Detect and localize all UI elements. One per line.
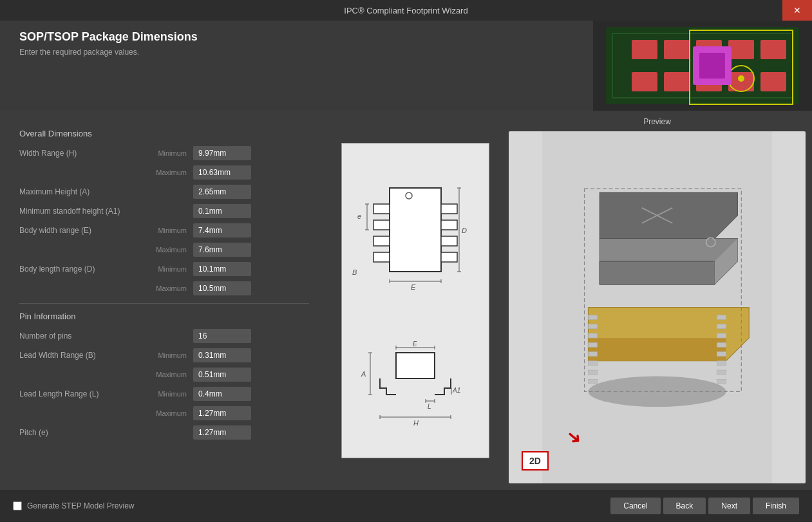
right-panel: Preview bbox=[502, 111, 812, 490]
bottom-diagram: E A A1 bbox=[351, 340, 480, 433]
svg-rect-21 bbox=[373, 220, 390, 230]
min-standoff-label: Minimum standoff height (A1) bbox=[19, 207, 148, 216]
lead-length-label: Lead Length Range (L) bbox=[19, 389, 148, 398]
preview-label: Preview bbox=[509, 117, 806, 126]
svg-rect-81 bbox=[717, 379, 726, 384]
body-length-max-input[interactable] bbox=[193, 281, 251, 295]
close-icon: ✕ bbox=[793, 5, 801, 15]
bottom-bar: Generate STEP Model Preview Cancel Back … bbox=[0, 490, 812, 522]
body-length-min-label: Minimum bbox=[148, 265, 193, 273]
preview-3d-svg bbox=[509, 131, 806, 483]
body-width-max-label: Maximum bbox=[148, 246, 193, 254]
back-button[interactable]: Back bbox=[663, 498, 706, 514]
diagram-container: e B D E bbox=[341, 143, 489, 458]
svg-rect-6 bbox=[728, 40, 754, 59]
diagram-panel: e B D E bbox=[328, 111, 502, 490]
svg-rect-18 bbox=[390, 188, 441, 272]
page-subtitle: Enter the required package values. bbox=[19, 48, 198, 57]
svg-rect-26 bbox=[441, 236, 457, 246]
body-width-label: Body width range (E) bbox=[19, 226, 148, 235]
svg-text:e: e bbox=[357, 212, 361, 220]
next-button[interactable]: Next bbox=[708, 498, 750, 514]
body-length-row: Body length range (D) Minimum bbox=[19, 262, 309, 276]
num-pins-label: Number of pins bbox=[19, 331, 148, 340]
svg-rect-27 bbox=[441, 252, 457, 262]
lead-width-max-input[interactable] bbox=[193, 368, 251, 382]
step-model-checkbox[interactable] bbox=[13, 501, 22, 510]
svg-rect-63 bbox=[600, 261, 714, 284]
svg-rect-74 bbox=[717, 315, 726, 319]
width-min-input[interactable] bbox=[193, 146, 251, 160]
svg-rect-72 bbox=[588, 370, 597, 375]
lead-length-min-label: Minimum bbox=[148, 390, 193, 398]
lead-width-min-label: Minimum bbox=[148, 351, 193, 359]
page-title: SOP/TSOP Package Dimensions bbox=[19, 30, 198, 44]
2d-button[interactable]: 2D bbox=[522, 451, 549, 471]
width-range-max-row: Maximum bbox=[19, 165, 309, 180]
lead-width-row: Lead Width Range (B) Minimum bbox=[19, 348, 309, 362]
title-bar: IPC® Compliant Footprint Wizard ✕ bbox=[0, 0, 812, 21]
svg-rect-79 bbox=[717, 361, 726, 366]
step-model-checkbox-label[interactable]: Generate STEP Model Preview bbox=[13, 501, 135, 510]
action-buttons: Cancel Back Next Finish bbox=[610, 498, 799, 514]
svg-text:L: L bbox=[428, 403, 431, 410]
svg-rect-69 bbox=[588, 342, 597, 347]
close-button[interactable]: ✕ bbox=[782, 0, 812, 21]
finish-button[interactable]: Finish bbox=[753, 498, 799, 514]
max-height-input[interactable] bbox=[193, 185, 251, 199]
svg-rect-68 bbox=[588, 333, 597, 338]
svg-rect-76 bbox=[717, 333, 726, 338]
pitch-input[interactable] bbox=[193, 425, 251, 440]
max-height-label: Maximum Height (A) bbox=[19, 187, 148, 196]
svg-rect-45 bbox=[396, 353, 435, 378]
step-model-label: Generate STEP Model Preview bbox=[27, 501, 135, 510]
svg-rect-22 bbox=[373, 236, 390, 246]
body-length-max-row: Maximum bbox=[19, 281, 309, 295]
width-max-input[interactable] bbox=[193, 165, 251, 180]
body-width-max-row: Maximum bbox=[19, 243, 309, 257]
svg-rect-24 bbox=[441, 204, 457, 214]
svg-rect-62 bbox=[588, 338, 726, 361]
svg-rect-75 bbox=[717, 324, 726, 329]
num-pins-input[interactable] bbox=[193, 329, 251, 343]
cancel-button[interactable]: Cancel bbox=[610, 498, 660, 514]
svg-rect-73 bbox=[588, 379, 597, 384]
body-width-min-input[interactable] bbox=[193, 223, 251, 238]
preview-area: ➜ 2D bbox=[509, 131, 806, 483]
lead-width-min-input[interactable] bbox=[193, 348, 251, 362]
lead-width-max-row: Maximum bbox=[19, 368, 309, 382]
svg-rect-78 bbox=[717, 351, 726, 356]
lead-length-min-input[interactable] bbox=[193, 387, 251, 401]
svg-rect-8 bbox=[632, 72, 657, 91]
lead-length-max-label: Maximum bbox=[148, 409, 193, 417]
min-standoff-input[interactable] bbox=[193, 204, 251, 218]
svg-text:E: E bbox=[411, 283, 416, 291]
min-standoff-row: Minimum standoff height (A1) bbox=[19, 204, 309, 218]
svg-rect-80 bbox=[717, 370, 726, 375]
svg-text:A1: A1 bbox=[452, 387, 460, 394]
body-length-label: Body length range (D) bbox=[19, 265, 148, 274]
svg-rect-9 bbox=[664, 72, 690, 91]
body-width-min-label: Minimum bbox=[148, 227, 193, 234]
svg-point-15 bbox=[738, 75, 744, 82]
svg-rect-66 bbox=[588, 315, 597, 319]
pitch-label: Pitch (e) bbox=[19, 428, 148, 437]
svg-rect-67 bbox=[588, 324, 597, 329]
svg-text:E: E bbox=[413, 340, 417, 348]
svg-text:D: D bbox=[462, 227, 467, 234]
body-length-min-input[interactable] bbox=[193, 262, 251, 276]
pitch-row: Pitch (e) bbox=[19, 425, 309, 440]
lead-width-label: Lead Width Range (B) bbox=[19, 351, 148, 360]
svg-rect-71 bbox=[588, 361, 597, 366]
svg-text:H: H bbox=[413, 419, 419, 427]
body-width-max-input[interactable] bbox=[193, 243, 251, 257]
max-height-row: Maximum Height (A) bbox=[19, 185, 309, 199]
section-divider bbox=[19, 303, 309, 304]
lead-length-max-input[interactable] bbox=[193, 406, 251, 420]
svg-rect-4 bbox=[664, 40, 690, 59]
svg-rect-70 bbox=[588, 351, 597, 356]
window-title: IPC® Compliant Footprint Wizard bbox=[344, 6, 467, 15]
svg-rect-20 bbox=[373, 204, 390, 214]
num-pins-row: Number of pins bbox=[19, 329, 309, 343]
overall-dimensions-header: Overall Dimensions bbox=[19, 129, 309, 138]
